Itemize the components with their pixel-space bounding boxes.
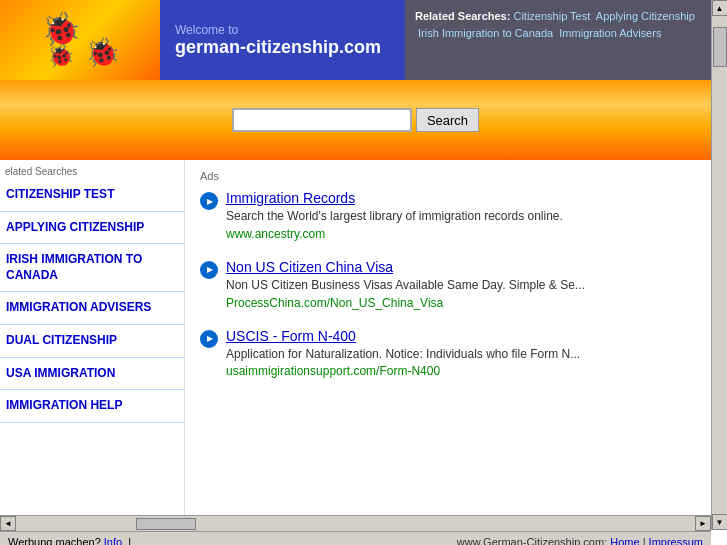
- related-searches-box: Related Searches: Citizenship Test Apply…: [405, 0, 711, 80]
- bottom-info-link[interactable]: Info: [104, 536, 122, 546]
- hscroll-thumb[interactable]: [136, 518, 196, 530]
- ad-icon-3: [200, 330, 218, 348]
- hscroll-track[interactable]: [16, 517, 695, 531]
- ad-url-2[interactable]: ProcessChina.com/Non_US_China_Visa: [226, 296, 585, 310]
- bottom-left: Werbung machen? Info |: [8, 536, 131, 546]
- ad-item-2: Non US Citizen China Visa Non US Citizen…: [200, 259, 696, 310]
- bottom-impressum-link[interactable]: Impressum: [649, 536, 703, 546]
- ad-icon-2: [200, 261, 218, 279]
- ad-icon-1: [200, 192, 218, 210]
- content-area: Ads Immigration Records Search the World…: [185, 160, 711, 515]
- header: 🐞 🐞 🐞 Welcome to german-citizenship.com …: [0, 0, 711, 80]
- sidebar-item-immigration-help[interactable]: IMMIGRATION HELP: [0, 390, 184, 423]
- ad-url-1[interactable]: www.ancestry.com: [226, 227, 563, 241]
- search-bar: Search: [232, 108, 479, 132]
- scroll-down-button[interactable]: ▼: [712, 514, 728, 530]
- ads-label: Ads: [200, 170, 696, 182]
- site-name: german-citizenship.com: [175, 37, 381, 58]
- bottom-bar: Werbung machen? Info | www.German-Citize…: [0, 531, 711, 545]
- vscroll-track[interactable]: [712, 16, 728, 514]
- ad-item-3: USCIS - Form N-400 Application for Natur…: [200, 328, 696, 379]
- related-link-citizenship-test[interactable]: Citizenship Test: [513, 10, 590, 22]
- related-link-immigration[interactable]: Immigration Advisers: [559, 27, 661, 39]
- sidebar-item-usa-immigration[interactable]: USA IMMIGRATION: [0, 358, 184, 391]
- ad-desc-1: Search the World's largest library of im…: [226, 208, 563, 225]
- ad-desc-3: Application for Naturalization. Notice: …: [226, 346, 580, 363]
- ad-url-3[interactable]: usaimmigirationsupport.com/Form-N400: [226, 364, 580, 378]
- main-area: elated Searches CITIZENSHIP TEST APPLYIN…: [0, 160, 711, 515]
- ad-title-2[interactable]: Non US Citizen China Visa: [226, 259, 585, 275]
- scroll-left-button[interactable]: ◄: [0, 516, 16, 531]
- sidebar-item-irish-immigration[interactable]: IRISH IMMIGRATION TO CANADA: [0, 244, 184, 292]
- ad-body-1: Immigration Records Search the World's l…: [226, 190, 563, 241]
- scroll-right-button[interactable]: ►: [695, 516, 711, 531]
- vertical-scrollbar[interactable]: ▲ ▼: [711, 0, 727, 530]
- related-label: Related Searches:: [415, 10, 510, 22]
- bottom-site: www.German-Citizenship.com: [457, 536, 604, 546]
- ad-title-3[interactable]: USCIS - Form N-400: [226, 328, 580, 344]
- ad-body-3: USCIS - Form N-400 Application for Natur…: [226, 328, 580, 379]
- ad-item-1: Immigration Records Search the World's l…: [200, 190, 696, 241]
- ad-title-1[interactable]: Immigration Records: [226, 190, 563, 206]
- ad-body-2: Non US Citizen China Visa Non US Citizen…: [226, 259, 585, 310]
- ad-desc-2: Non US Citizen Business Visas Available …: [226, 277, 585, 294]
- sidebar: elated Searches CITIZENSHIP TEST APPLYIN…: [0, 160, 185, 515]
- sidebar-item-dual-citizenship[interactable]: DUAL CITIZENSHIP: [0, 325, 184, 358]
- sidebar-item-citizenship-test[interactable]: CITIZENSHIP TEST: [0, 179, 184, 212]
- search-input[interactable]: [232, 108, 412, 132]
- bottom-left-text: Werbung machen?: [8, 536, 101, 546]
- sidebar-item-applying-citizenship[interactable]: APPLYING CITIZENSHIP: [0, 212, 184, 245]
- sidebar-label: elated Searches: [0, 160, 184, 179]
- related-link-applying[interactable]: Applying Citizenship: [596, 10, 695, 22]
- sidebar-item-immigration-advisers[interactable]: IMMIGRATION ADVISERS: [0, 292, 184, 325]
- vscroll-thumb[interactable]: [713, 27, 727, 67]
- bottom-right: www.German-Citizenship.com: Home | Impre…: [457, 536, 703, 546]
- search-button[interactable]: Search: [416, 108, 479, 132]
- banner: Search: [0, 80, 711, 160]
- related-link-irish[interactable]: Irish Immigration to Canada: [418, 27, 553, 39]
- scroll-up-button[interactable]: ▲: [712, 0, 728, 16]
- bottom-home-link[interactable]: Home: [610, 536, 639, 546]
- welcome-text: Welcome to: [175, 23, 238, 37]
- horizontal-scrollbar[interactable]: ◄ ►: [0, 515, 711, 531]
- site-title-box: Welcome to german-citizenship.com: [160, 0, 405, 80]
- logo-area: 🐞 🐞 🐞: [0, 0, 160, 80]
